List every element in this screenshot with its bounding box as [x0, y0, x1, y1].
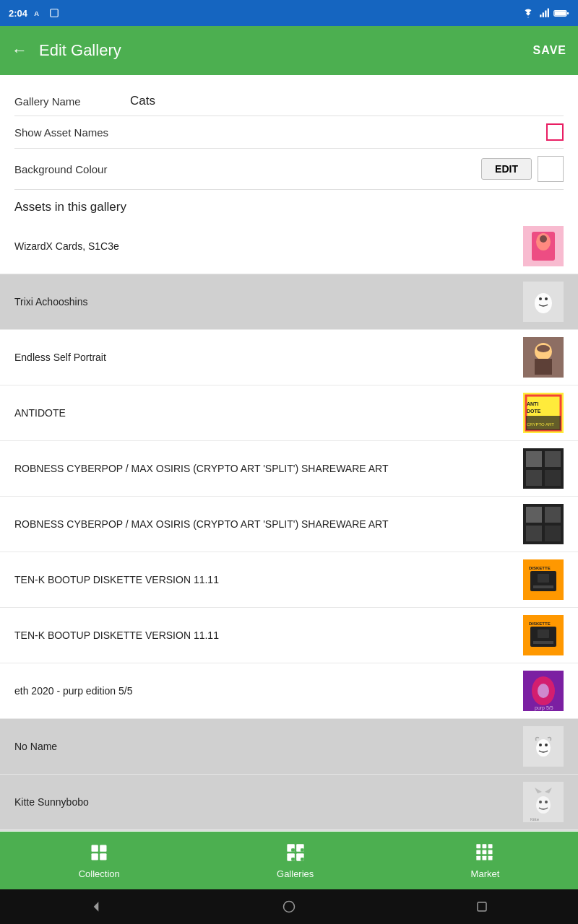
home-system-button[interactable] [278, 896, 300, 918]
asset-thumbnail: Kitte [523, 782, 564, 822]
svg-rect-2 [540, 14, 541, 17]
svg-rect-77 [477, 850, 481, 854]
svg-rect-73 [301, 858, 304, 861]
svg-rect-3 [543, 12, 544, 17]
list-item[interactable]: Kitte Sunnybobo Kitte [0, 775, 578, 830]
asset-name: WizardX Cards, S1C3e [14, 240, 523, 252]
svg-point-54 [545, 744, 548, 746]
nav-item-galleries[interactable]: Galleries [277, 842, 314, 879]
back-button[interactable]: ← [12, 41, 27, 60]
asset-name: ROBNESS CYBERPOP / MAX OSIRIS (CRYPTO AR… [14, 518, 523, 530]
list-item[interactable]: TEN-K BOOTUP DISKETTE VERSION 11.11 DISK… [0, 608, 578, 663]
system-nav [0, 889, 578, 924]
svg-rect-7 [555, 11, 566, 15]
svg-rect-70 [291, 848, 295, 852]
svg-rect-30 [526, 470, 542, 486]
collection-nav-label: Collection [79, 868, 120, 879]
svg-rect-64 [92, 853, 98, 860]
notification-a-icon: A [33, 8, 43, 18]
svg-rect-72 [291, 858, 295, 861]
svg-text:Kitte: Kitte [530, 817, 540, 821]
list-item[interactable]: ANTIDOTE ANTI DOTE CRYPTO ART [0, 385, 578, 441]
signal-icon [539, 8, 549, 18]
svg-rect-63 [100, 845, 106, 851]
asset-thumbnail [523, 726, 564, 767]
svg-rect-34 [545, 507, 561, 523]
svg-rect-28 [526, 451, 542, 467]
svg-point-57 [539, 801, 542, 803]
back-system-button[interactable] [85, 896, 107, 918]
svg-rect-33 [526, 507, 542, 523]
show-asset-names-row: Show Asset Names [14, 116, 564, 149]
svg-point-53 [539, 744, 542, 746]
form-section: Gallery Name Show Asset Names Background… [0, 75, 578, 190]
gallery-name-label: Gallery Name [14, 95, 130, 108]
show-asset-names-label: Show Asset Names [14, 126, 130, 139]
gallery-name-input[interactable] [130, 94, 564, 108]
asset-thumbnail: purp 5/5 [523, 671, 564, 711]
asset-name: TEN-K BOOTUP DISKETTE VERSION 11.11 [14, 629, 523, 641]
nav-item-market[interactable]: Market [471, 842, 500, 879]
svg-point-15 [539, 297, 542, 300]
page-title: Edit Gallery [39, 41, 121, 60]
asset-name: ANTIDOTE [14, 407, 523, 419]
show-asset-names-checkbox[interactable] [546, 123, 564, 141]
svg-rect-81 [483, 855, 487, 860]
svg-rect-1 [51, 9, 59, 17]
svg-text:A: A [34, 10, 39, 17]
list-item[interactable]: eth 2020 - purp edition 5/5 purp 5/5 [0, 663, 578, 719]
svg-rect-36 [545, 526, 561, 541]
battery-icon [553, 9, 569, 18]
svg-rect-75 [483, 844, 487, 848]
list-item[interactable]: No Name [0, 719, 578, 775]
gallery-name-row: Gallery Name [14, 87, 564, 116]
svg-rect-19 [535, 359, 552, 375]
svg-marker-83 [94, 902, 99, 911]
svg-rect-71 [301, 848, 304, 852]
asset-thumbnail: DISKETTE [523, 559, 564, 600]
svg-rect-44 [533, 641, 553, 644]
background-colour-edit-button[interactable]: EDIT [481, 158, 532, 180]
list-item[interactable]: Trixi Achooshins [0, 274, 578, 330]
status-time: 2:04 [9, 8, 27, 19]
galleries-nav-label: Galleries [277, 868, 314, 879]
svg-rect-29 [545, 451, 561, 467]
svg-rect-82 [488, 855, 493, 860]
market-nav-label: Market [471, 868, 500, 879]
nav-item-collection[interactable]: Collection [79, 842, 120, 879]
svg-point-56 [536, 796, 551, 814]
svg-text:ANTI: ANTI [527, 401, 538, 406]
svg-rect-5 [548, 9, 549, 17]
svg-rect-62 [92, 845, 98, 851]
svg-rect-65 [100, 853, 106, 860]
asset-name: No Name [14, 741, 523, 752]
svg-rect-80 [477, 855, 481, 860]
asset-thumbnail [523, 448, 564, 489]
recents-system-button[interactable] [471, 896, 493, 918]
svg-rect-45 [538, 629, 549, 638]
svg-rect-39 [533, 585, 553, 588]
list-item[interactable]: Endless Self Portrait [0, 330, 578, 385]
main-content: Gallery Name Show Asset Names Background… [0, 75, 578, 832]
svg-point-20 [537, 345, 550, 352]
svg-point-16 [545, 297, 548, 300]
asset-name: ROBNESS CYBERPOP / MAX OSIRIS (CRYPTO AR… [14, 463, 523, 474]
svg-rect-85 [478, 902, 486, 911]
list-item[interactable]: WizardX Cards, S1C3e [0, 219, 578, 274]
list-item[interactable]: TEN-K BOOTUP DISKETTE VERSION 11.11 DISK… [0, 552, 578, 608]
notification-b-icon [49, 8, 59, 18]
background-colour-label: Background Colour [14, 163, 130, 175]
list-item[interactable]: ROBNESS CYBERPOP / MAX OSIRIS (CRYPTO AR… [0, 497, 578, 552]
list-item[interactable]: ROBNESS CYBERPOP / MAX OSIRIS (CRYPTO AR… [0, 441, 578, 497]
svg-text:DISKETTE: DISKETTE [529, 622, 551, 626]
svg-rect-31 [545, 470, 561, 486]
market-icon [475, 842, 495, 866]
status-bar: 2:04 A [0, 0, 578, 26]
asset-thumbnail: ANTI DOTE CRYPTO ART [523, 393, 564, 433]
save-button[interactable]: SAVE [533, 44, 566, 57]
wifi-icon [522, 8, 535, 18]
svg-point-12 [540, 235, 547, 243]
svg-rect-35 [526, 526, 542, 541]
svg-point-14 [535, 293, 552, 313]
svg-text:DISKETTE: DISKETTE [529, 566, 551, 570]
